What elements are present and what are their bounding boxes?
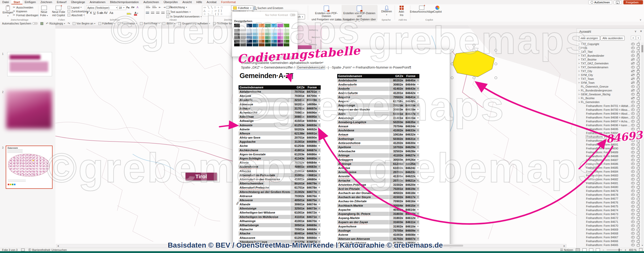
reading-view-button[interactable] xyxy=(589,248,593,251)
color-swatch[interactable] xyxy=(240,29,246,32)
ribbon-tab[interactable]: Animationen xyxy=(87,0,108,4)
lock-icon[interactable] xyxy=(637,140,640,142)
table-row[interactable]: Arbesbach¤ 32502¤ 84628¤ ¤ xyxy=(337,149,419,153)
selection-pane-item[interactable]: Freihandform: Form 84667 xyxy=(577,235,640,239)
selection-pane-item[interactable]: Freihandform: Form 84684 xyxy=(577,170,640,173)
table-row[interactable]: Ardning¤ 61206¤ 84625¤ ¤ xyxy=(337,162,419,166)
visibility-eye-icon[interactable] xyxy=(631,81,635,84)
color-swatch[interactable] xyxy=(234,43,240,46)
selection-pane-item[interactable]: Freihandform: Form 84682 xyxy=(577,177,640,181)
color-swatch[interactable] xyxy=(271,43,277,46)
color-swatch[interactable] xyxy=(284,29,289,32)
table-row[interactable]: Antau¤ 10616¤ 84632¤ ¤ xyxy=(337,132,419,137)
table-row[interactable]: Anthering¤ 50302¤ 84631¤ ¤ xyxy=(337,137,419,141)
clear-format-button[interactable]: A xyxy=(137,6,138,9)
color-swatch[interactable] xyxy=(247,29,252,32)
color-swatch[interactable] xyxy=(265,40,271,43)
selection-pane-item[interactable]: Freihandform: Form 84676 xyxy=(577,200,640,204)
table-row[interactable]: Aggsbach¤ 31301¤ 84689¤ ¤ xyxy=(239,140,321,144)
ribbon-tab[interactable]: Ansicht xyxy=(180,0,194,4)
align-center-button[interactable] xyxy=(151,12,154,14)
lock-icon[interactable] xyxy=(637,151,640,154)
visibility-eye-icon[interactable] xyxy=(631,186,635,188)
selection-pane-item[interactable]: Freihandform: Form 84691 xyxy=(577,142,640,146)
ribbon-tab[interactable]: Übergänge xyxy=(69,0,87,4)
lock-icon[interactable] xyxy=(637,175,640,177)
slide-thumbnail-2[interactable] xyxy=(6,90,52,129)
selection-pane-item[interactable]: Freihandform: Form 84700 = Absam = GKZ 7… xyxy=(577,108,640,112)
selection-pane-item[interactable]: Freihandform: Form 84683 xyxy=(577,173,640,177)
table-row[interactable]: Arnreit¤ 41305¤ 84622¤ ¤ xyxy=(337,174,419,178)
lock-icon[interactable] xyxy=(637,148,640,150)
table-row[interactable]: Allhaming¤ 41001¤ 84670¤ ¤ xyxy=(239,219,321,223)
table-row[interactable]: Angath¤ 70502¤ 84641¤ ¤ xyxy=(337,95,419,99)
color-swatch[interactable] xyxy=(277,29,283,32)
color-swatch[interactable] xyxy=(271,36,277,39)
color-swatch[interactable] xyxy=(234,29,240,32)
lock-icon[interactable] xyxy=(637,229,640,231)
color-swatch[interactable] xyxy=(240,24,246,27)
visibility-eye-icon[interactable] xyxy=(631,209,635,212)
visibility-eye-icon[interactable] xyxy=(631,78,635,80)
show-all-button[interactable]: Alle anzeigen xyxy=(579,36,600,40)
table-row[interactable]: Andrichsfurt¤ 41201¤ 84642¤ ¤ xyxy=(337,91,419,95)
table-row[interactable]: Absam¤ 70301¤ 84700¤ ¤ xyxy=(239,94,321,98)
visibility-eye-icon[interactable] xyxy=(631,240,635,242)
shadow-button[interactable]: S xyxy=(96,11,99,15)
color-swatch[interactable] xyxy=(271,40,277,43)
expand-chevron-icon[interactable] xyxy=(578,89,581,92)
selection-pane-item[interactable]: TXT_GKZ_Gemeinden xyxy=(577,61,640,65)
lock-icon[interactable] xyxy=(637,194,640,196)
color-swatch[interactable] xyxy=(284,40,289,43)
visibility-eye-icon[interactable] xyxy=(631,120,635,123)
visibility-eye-icon[interactable] xyxy=(631,174,635,177)
selection-pane-item[interactable]: SYM_City xyxy=(577,73,640,77)
selection-pane-item[interactable]: Freihandform: Form 84693 xyxy=(577,135,640,139)
high-contrast-toggle[interactable] xyxy=(290,14,295,16)
pane-chevron-icon[interactable]: ∨ xyxy=(634,30,637,33)
color-swatch[interactable] xyxy=(234,36,240,39)
lock-icon[interactable] xyxy=(637,97,640,100)
paragraph-stack-item[interactable]: Textrichtung▾ xyxy=(166,5,202,10)
table-row[interactable]: Anger¤ 61756¤ 84640¤ ¤ xyxy=(337,99,419,103)
table-row[interactable]: Asten¤ 41003¤ 84608¤ ¤ xyxy=(337,233,419,237)
table-row[interactable]: Angern·an·der·March¤ 30803¤ 84638¤ ¤ xyxy=(337,107,419,112)
lock-icon[interactable] xyxy=(637,121,640,123)
table-row[interactable]: Aderklaa¤ 30801¤ 84695¤ ¤ xyxy=(239,115,321,119)
color-swatch[interactable] xyxy=(240,32,246,36)
color-swatch[interactable] xyxy=(234,32,240,36)
table-row[interactable]: Aschau·im·Zillertal¤ 70902¤ 84616¤ ¤ xyxy=(337,199,419,203)
visibility-eye-icon[interactable] xyxy=(631,224,635,227)
visibility-eye-icon[interactable] xyxy=(631,136,635,138)
lock-icon[interactable] xyxy=(637,128,640,131)
ribbon-tab[interactable]: Einfügen xyxy=(22,0,38,4)
selection-pane-item[interactable]: Freihandform: Form 84680 xyxy=(577,185,640,189)
clipboard-item[interactable]: ✂Format übertragen xyxy=(13,13,39,17)
ribbon-tab[interactable]: Formformat xyxy=(219,0,238,4)
visibility-eye-icon[interactable] xyxy=(631,178,635,181)
color-swatch[interactable] xyxy=(265,24,271,27)
grow-font-button[interactable]: A▴ xyxy=(126,6,130,9)
visibility-eye-icon[interactable] xyxy=(631,101,635,103)
color-swatch[interactable] xyxy=(253,40,258,43)
table-row[interactable]: Albeck¤ 21001¤ 84682¤ ¤ xyxy=(239,169,321,173)
autosave-toggle[interactable]: Automatisches Speichern xyxy=(2,22,38,25)
table-row[interactable]: Annaberg-Lungötz¤ 50203¤ 84635¤ ¤ xyxy=(337,120,419,124)
color-swatch[interactable] xyxy=(277,24,283,27)
lock-icon[interactable] xyxy=(637,55,640,57)
table-row[interactable]: Angerberg¤ 70528¤ 84639¤ ¤ xyxy=(337,103,419,107)
table-row[interactable]: Abtenau¤ 50201¤ 84698¤ ¤ xyxy=(239,102,321,106)
lock-icon[interactable] xyxy=(637,209,640,212)
selection-pane-item[interactable]: Freihandform: Form 84671 xyxy=(577,220,640,224)
selection-pane-item[interactable]: Freihandform: Form 84696 = kann selbst v… xyxy=(577,123,640,127)
italic-button[interactable]: K xyxy=(89,11,93,15)
color-swatch[interactable] xyxy=(253,32,258,36)
table-row[interactable]: Ardagger¤ 30503¤ 84626¤ ¤ xyxy=(337,158,419,162)
ribbon-tab[interactable]: Überprüfen xyxy=(161,0,180,4)
expand-chevron-icon[interactable] xyxy=(578,101,581,103)
ribbon-tab[interactable]: Entwurf xyxy=(54,0,69,4)
slide-canvas[interactable]: Anthering Bergheim Salzburg Tirol Basisd… xyxy=(55,25,644,248)
clipboard-item[interactable]: ✂Ausschneiden xyxy=(13,5,39,9)
table-row[interactable]: Admont¤ 61253¤ 84693¤ ¤ xyxy=(239,123,321,127)
selection-pane-item[interactable]: Freihandform: Form 84686 xyxy=(577,162,640,166)
